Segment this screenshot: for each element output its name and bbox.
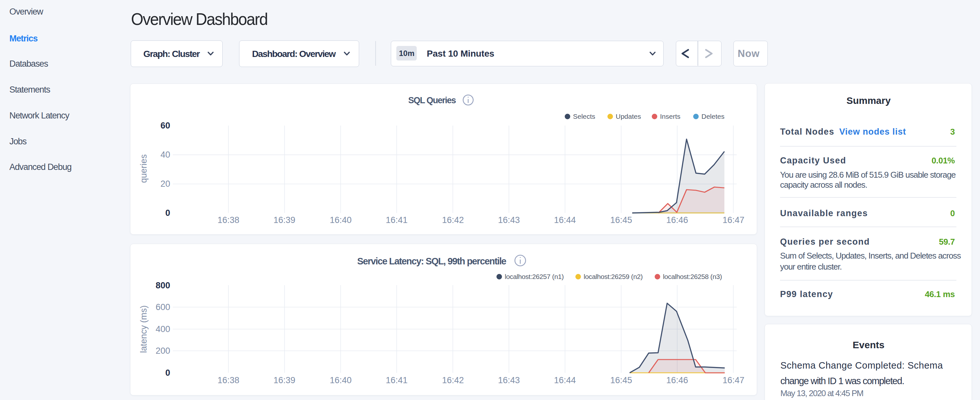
svg-text:localhost:26259 (n2): localhost:26259 (n2) [584, 273, 643, 280]
svg-text:localhost:26257 (n1): localhost:26257 (n1) [505, 273, 563, 280]
svg-text:16:43: 16:43 [498, 375, 520, 385]
svg-text:Service Latency: SQL, 99th per: Service Latency: SQL, 99th percentile [357, 256, 506, 266]
svg-text:400: 400 [156, 324, 170, 334]
svg-text:16:42: 16:42 [442, 375, 464, 385]
svg-text:60: 60 [161, 121, 170, 131]
svg-text:16:40: 16:40 [330, 375, 352, 385]
svg-text:20: 20 [161, 179, 170, 189]
svg-text:16:38: 16:38 [217, 215, 239, 225]
svg-text:Deletes: Deletes [702, 113, 724, 120]
svg-text:16:47: 16:47 [722, 375, 745, 385]
svg-text:0: 0 [165, 368, 170, 378]
svg-text:16:44: 16:44 [554, 215, 576, 225]
svg-text:16:39: 16:39 [274, 375, 295, 385]
svg-text:0: 0 [165, 208, 170, 218]
svg-text:800: 800 [156, 280, 170, 290]
svg-text:Selects: Selects [573, 113, 595, 120]
svg-text:16:44: 16:44 [554, 375, 576, 385]
svg-text:16:42: 16:42 [442, 215, 464, 225]
svg-text:16:38: 16:38 [217, 375, 239, 385]
svg-text:16:40: 16:40 [330, 215, 352, 225]
svg-text:16:46: 16:46 [666, 375, 688, 385]
svg-text:queries: queries [139, 155, 148, 183]
svg-text:Inserts: Inserts [660, 113, 680, 120]
svg-text:latency (ms): latency (ms) [139, 305, 148, 353]
svg-text:SQL Queries: SQL Queries [408, 96, 456, 105]
svg-text:600: 600 [156, 302, 170, 312]
svg-text:16:41: 16:41 [386, 375, 408, 385]
svg-text:16:45: 16:45 [610, 215, 632, 225]
svg-text:16:39: 16:39 [274, 215, 295, 225]
svg-text:Updates: Updates [616, 113, 641, 120]
svg-text:16:47: 16:47 [722, 215, 745, 225]
svg-text:16:43: 16:43 [498, 215, 520, 225]
svg-text:16:45: 16:45 [610, 375, 632, 385]
svg-text:40: 40 [161, 150, 170, 159]
svg-text:200: 200 [156, 346, 170, 356]
svg-text:16:46: 16:46 [666, 215, 688, 225]
svg-text:localhost:26258 (n3): localhost:26258 (n3) [663, 273, 722, 280]
svg-text:16:41: 16:41 [386, 215, 408, 225]
